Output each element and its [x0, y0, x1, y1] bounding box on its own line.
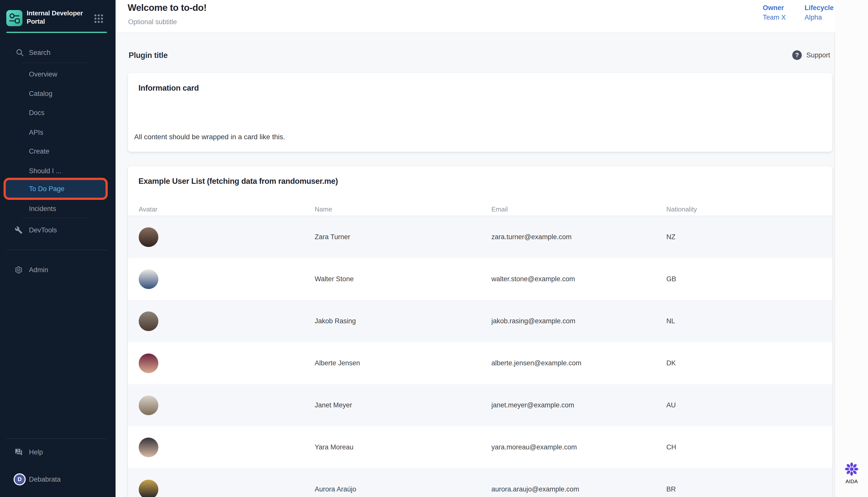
user-list-title: Example User List (fetching data from ra… [139, 177, 338, 186]
sidebar-item-label: Should I ... [29, 167, 61, 175]
column-header-nationality: Nationality [666, 205, 832, 216]
table-row: Jakob Rasingjakob.rasing@example.comNL [128, 300, 832, 342]
sidebar-item-docs[interactable]: Docs [0, 103, 116, 122]
avatar [139, 227, 158, 247]
sidebar-item-label: Help [29, 449, 43, 456]
cell-nationality: GB [666, 275, 832, 283]
right-gutter: AIDA [836, 0, 868, 497]
cell-name: Jakob Rasing [315, 317, 491, 325]
sidebar-user[interactable]: D Debabrata [0, 470, 116, 489]
table-row: Yara Moreauyara.moreau@example.comCH [128, 426, 832, 468]
cell-nationality: DK [666, 359, 832, 367]
sidebar-item-create[interactable]: Create [0, 142, 116, 161]
lifecycle-link[interactable]: Lifecycle Alpha [805, 4, 834, 22]
cell-name: Janet Meyer [315, 401, 491, 409]
gear-icon [15, 266, 23, 274]
cell-name: Aurora Araújo [315, 485, 491, 493]
cell-email: janet.meyer@example.com [491, 401, 666, 409]
table-header-row: AvatarNameEmailNationality [128, 205, 832, 216]
sidebar-accent-divider [6, 32, 107, 33]
support-label: Support [806, 51, 830, 59]
table-row: Walter Stonewalter.stone@example.comGB [128, 258, 832, 300]
owner-link[interactable]: Owner Team X [763, 4, 786, 22]
information-card: Information card All content should be w… [128, 73, 832, 152]
aida-label: AIDA [839, 478, 864, 484]
cell-email: walter.stone@example.com [491, 275, 666, 283]
apps-grid-icon[interactable] [94, 14, 103, 23]
sidebar-item-label: DevTools [29, 226, 57, 234]
aida-flower-icon [844, 461, 859, 477]
user-list-card: Example User List (fetching data from ra… [128, 166, 832, 497]
cell-name: Zara Turner [315, 233, 491, 241]
search-icon [16, 48, 24, 57]
avatar [139, 311, 158, 331]
table-row: Aurora Araújoaurora.araujo@example.comBR [128, 468, 832, 497]
avatar [139, 396, 158, 415]
plugin-section-title: Plugin title [129, 51, 168, 60]
owner-label: Owner [763, 4, 786, 12]
cell-email: zara.turner@example.com [491, 233, 666, 241]
sidebar-item-catalog[interactable]: Catalog [0, 84, 116, 103]
cell-nationality: NZ [666, 233, 832, 241]
search-label: Search [29, 49, 50, 57]
support-button[interactable]: ? Support [792, 51, 830, 60]
cell-name: Alberte Jensen [315, 359, 491, 367]
page-title: Welcome to to-do! [128, 2, 207, 13]
sidebar-item-admin[interactable]: Admin [0, 260, 116, 280]
table-row: Janet Meyerjanet.meyer@example.comAU [128, 384, 832, 426]
page-subtitle: Optional subtitle [128, 18, 177, 26]
avatar [139, 354, 158, 373]
lifecycle-value[interactable]: Alpha [805, 14, 834, 22]
sidebar-divider [22, 218, 87, 218]
table-row: Alberte Jensenalberte.jensen@example.com… [128, 342, 832, 384]
cell-email: yara.moreau@example.com [491, 443, 666, 451]
information-card-title: Information card [139, 84, 199, 93]
cell-nationality: CH [666, 443, 832, 451]
avatar [139, 269, 158, 289]
sidebar-item-label: Docs [29, 109, 45, 117]
column-header-avatar: Avatar [139, 205, 315, 216]
sidebar-item-help[interactable]: Help [0, 443, 116, 462]
sidebar-item-label: APIs [29, 129, 43, 137]
sidebar-item-overview[interactable]: Overview [0, 65, 116, 84]
app-title: Internal Developer Portal [27, 9, 93, 26]
sidebar-item-label: To Do Page [29, 185, 64, 193]
sidebar-item-label: Admin [29, 266, 48, 274]
cell-nationality: AU [666, 401, 832, 409]
sidebar-search[interactable]: Search [0, 43, 116, 62]
app-root: Internal Developer Portal Search Overvie… [0, 0, 835, 497]
page-header: Welcome to to-do! Optional subtitle Owne… [116, 0, 835, 33]
cell-name: Walter Stone [315, 275, 491, 283]
cell-nationality: BR [666, 485, 832, 493]
cell-email: jakob.rasing@example.com [491, 317, 666, 325]
cell-email: aurora.araujo@example.com [491, 485, 666, 493]
cell-name: Yara Moreau [315, 443, 491, 451]
cell-email: alberte.jensen@example.com [491, 359, 666, 367]
sidebar-item-to-do-page[interactable]: To Do Page [3, 178, 108, 200]
avatar [139, 438, 158, 457]
sidebar-item-apis[interactable]: APIs [0, 123, 116, 142]
aida-extension-badge[interactable]: AIDA [839, 461, 864, 484]
sidebar-item-incidents[interactable]: Incidents [0, 199, 116, 218]
question-circle-icon: ? [792, 51, 802, 60]
column-header-name: Name [315, 205, 491, 216]
lifecycle-label: Lifecycle [805, 4, 834, 12]
sidebar-item-label: Incidents [29, 205, 56, 213]
user-name: Debabrata [29, 475, 61, 483]
sidebar-item-devtools[interactable]: DevTools [0, 221, 116, 240]
sidebar-divider [6, 439, 107, 439]
owner-value[interactable]: Team X [763, 14, 786, 22]
sidebar-item-label: Catalog [29, 90, 52, 98]
avatar [139, 480, 158, 497]
table-row: Zara Turnerzara.turner@example.comNZ [128, 216, 832, 258]
wrench-icon [15, 226, 23, 234]
sidebar-item-label: Overview [29, 71, 57, 78]
cell-nationality: NL [666, 317, 832, 325]
user-avatar: D [14, 473, 26, 485]
sidebar: Internal Developer Portal Search Overvie… [0, 0, 116, 497]
information-card-body: All content should be wrapped in a card … [134, 133, 285, 141]
sidebar-item-label: Create [29, 147, 49, 155]
help-chat-icon [15, 448, 23, 456]
logo-icon [6, 10, 23, 26]
table-body: Zara Turnerzara.turner@example.comNZWalt… [128, 216, 832, 497]
